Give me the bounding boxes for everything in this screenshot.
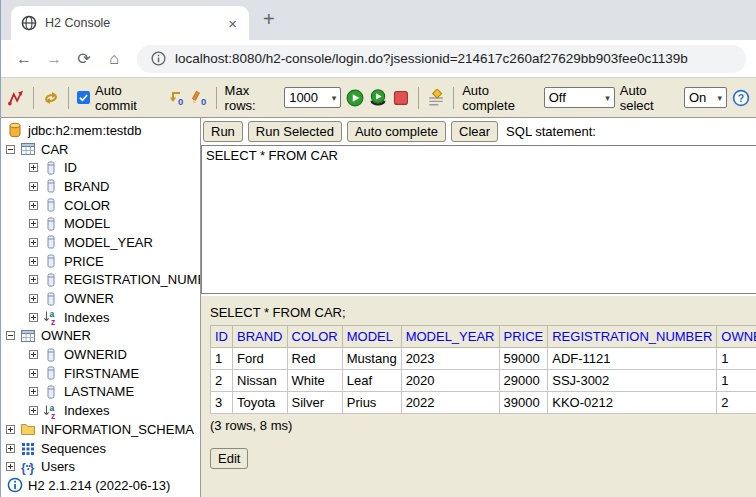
tree-item-information-schema[interactable]: INFORMATION_SCHEMA	[1, 420, 200, 439]
expand-icon[interactable]	[29, 201, 38, 210]
cell: 2020	[401, 370, 499, 392]
cell: Red	[287, 348, 342, 370]
edit-button[interactable]: Edit	[210, 448, 248, 469]
tree-item-car[interactable]: CAR	[1, 140, 200, 159]
toolbar-separator	[418, 87, 419, 109]
tree-item-label: OWNER	[64, 291, 114, 306]
tree-item-label: OWNERID	[64, 347, 127, 362]
collapse-icon[interactable]	[6, 145, 15, 154]
run-icon[interactable]	[346, 89, 364, 106]
tree-item-label: Sequences	[41, 441, 106, 456]
run-selected-button[interactable]: Run Selected	[248, 121, 342, 142]
tree-item-firstname[interactable]: FIRSTNAME	[1, 364, 200, 383]
commit-icon[interactable]: 0	[167, 89, 185, 106]
tree-item-sequences[interactable]: Sequences	[1, 439, 200, 458]
cell: Nissan	[233, 370, 288, 392]
expand-icon[interactable]	[6, 425, 15, 434]
svg-text:}: }	[30, 460, 35, 474]
expand-icon[interactable]	[6, 444, 15, 453]
tree-item-indexes[interactable]: azIndexes	[1, 401, 200, 420]
reload-icon[interactable]: ⟳	[71, 49, 97, 68]
expand-icon[interactable]	[29, 219, 38, 228]
expand-icon[interactable]	[29, 163, 38, 172]
clear-button[interactable]: Clear	[451, 121, 498, 142]
tree-item-owner[interactable]: OWNER	[1, 289, 200, 308]
column-icon	[43, 197, 60, 213]
column-icon	[43, 365, 60, 381]
home-icon[interactable]: ⌂	[101, 50, 127, 68]
url-text[interactable]: localhost:8080/h2-console/login.do?jsess…	[175, 51, 688, 66]
tree-item-id[interactable]: ID	[1, 158, 200, 177]
expand-icon[interactable]	[29, 350, 38, 359]
h2-console-window: H2 Console × + ← → ⟳ ⌂ localhost:8080/h2…	[0, 0, 756, 497]
expand-icon[interactable]	[29, 406, 38, 415]
auto-complete-value: Off	[549, 90, 566, 105]
tree-item-label: Users	[41, 459, 75, 474]
tree-item-model[interactable]: MODEL	[1, 214, 200, 233]
max-rows-select[interactable]: 1000▾	[284, 87, 341, 108]
expand-icon[interactable]	[29, 257, 38, 266]
column-header-registration_number: REGISTRATION_NUMBER	[548, 326, 717, 348]
expand-icon[interactable]	[29, 313, 38, 322]
forward-icon[interactable]: →	[41, 50, 67, 68]
column-icon	[43, 178, 60, 194]
page-info-icon[interactable]	[151, 51, 166, 66]
stop-icon[interactable]	[392, 89, 410, 106]
tree-item-jdbc-h2-mem-testdb[interactable]: jdbc:h2:mem:testdb	[1, 121, 200, 140]
url-field[interactable]: localhost:8080/h2-console/login.do?jsess…	[137, 45, 746, 73]
expand-icon[interactable]	[29, 238, 38, 247]
tree-item-color[interactable]: COLOR	[1, 196, 200, 215]
auto-select-select[interactable]: On▾	[684, 87, 727, 108]
expand-icon[interactable]	[29, 369, 38, 378]
db-tree: jdbc:h2:mem:testdbCARIDBRANDCOLORMODELMO…	[1, 118, 201, 497]
rollback-icon[interactable]: 0	[190, 89, 208, 106]
new-tab-button[interactable]: +	[263, 8, 275, 31]
expand-icon[interactable]	[29, 182, 38, 191]
expand-icon[interactable]	[29, 294, 38, 303]
browser-tab-strip: H2 Console × +	[1, 0, 756, 40]
tree-item-registration-number[interactable]: REGISTRATION_NUMBER	[1, 271, 200, 290]
collapse-icon[interactable]	[6, 331, 15, 340]
auto-complete-label: Auto complete	[462, 83, 539, 113]
sequences-icon	[20, 440, 37, 456]
refresh-icon[interactable]	[42, 89, 60, 106]
auto-commit-checkbox[interactable]	[77, 91, 90, 104]
auto-complete-button[interactable]: Auto complete	[347, 121, 446, 142]
tree-item-brand[interactable]: BRAND	[1, 177, 200, 196]
tree-item-model-year[interactable]: MODEL_YEAR	[1, 233, 200, 252]
toolbar-separator	[453, 87, 454, 109]
expand-icon[interactable]	[29, 275, 38, 284]
tree-item-users[interactable]: {}Users	[1, 457, 200, 476]
back-icon[interactable]: ←	[11, 50, 37, 68]
tree-item-indexes[interactable]: azIndexes	[1, 308, 200, 327]
cell: KKO-0212	[548, 392, 717, 414]
sql-statement-label: SQL statement:	[506, 124, 596, 139]
help-icon[interactable]: ?	[732, 89, 750, 106]
tree-item-label: REGISTRATION_NUMBER	[64, 272, 201, 287]
table-row: 3ToyotaSilverPrius202239000KKO-02122	[211, 392, 756, 414]
cell: 2	[211, 370, 233, 392]
tree-item-h2-2-1-214-2022-06-13-[interactable]: H2 2.1.214 (2022-06-13)	[1, 476, 200, 495]
tree-item-ownerid[interactable]: OWNERID	[1, 345, 200, 364]
right-panel: Run Run Selected Auto complete Clear SQL…	[201, 118, 756, 497]
table-row: 1FordRedMustang202359000ADF-11211	[211, 348, 756, 370]
tree-item-owner[interactable]: OWNER	[1, 327, 200, 346]
run-button[interactable]: Run	[203, 121, 243, 142]
globe-favicon-icon	[21, 15, 37, 31]
toolbar-separator	[216, 87, 217, 109]
column-icon	[43, 272, 60, 288]
run-selected-icon[interactable]	[369, 89, 387, 106]
disconnect-icon[interactable]	[7, 89, 25, 106]
expand-icon[interactable]	[29, 387, 38, 396]
autocomplete-icon[interactable]	[427, 89, 445, 106]
tree-item-price[interactable]: PRICE	[1, 252, 200, 271]
table-icon	[20, 328, 37, 344]
tree-item-lastname[interactable]: LASTNAME	[1, 383, 200, 402]
expand-icon[interactable]	[6, 462, 15, 471]
column-header-model_year: MODEL_YEAR	[401, 326, 499, 348]
sql-input[interactable]: SELECT * FROM CAR	[201, 145, 756, 294]
tab-close-icon[interactable]: ×	[226, 15, 239, 32]
browser-tab[interactable]: H2 Console ×	[11, 6, 249, 40]
auto-complete-select[interactable]: Off▾	[544, 87, 615, 108]
column-header-model: MODEL	[342, 326, 401, 348]
